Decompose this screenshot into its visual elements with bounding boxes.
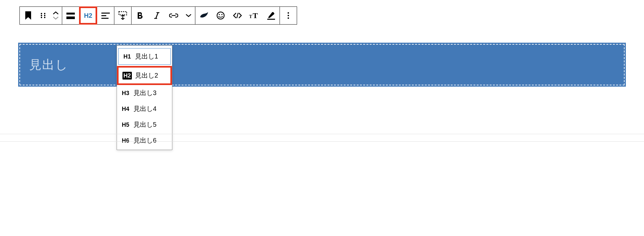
margin-icon: [118, 11, 128, 20]
leaf-icon: [200, 12, 208, 19]
chevron-down-icon: [186, 14, 191, 17]
align-left-icon: [101, 12, 110, 19]
bold-icon: [137, 12, 143, 19]
svg-line-13: [156, 13, 158, 18]
svg-point-25: [288, 15, 289, 16]
bold-button[interactable]: [132, 7, 148, 24]
emoji-icon: [216, 11, 225, 20]
svg-point-1: [44, 13, 45, 14]
svg-point-18: [219, 14, 220, 15]
svg-point-24: [288, 12, 289, 14]
toolbar-group-block: [20, 7, 62, 24]
toolbar-group-margin: [114, 7, 132, 24]
drag-handle-icon: [40, 12, 46, 19]
fontsize-button[interactable]: T T: [246, 7, 263, 24]
toolbar-group-heading: H2: [62, 7, 114, 24]
svg-text:T: T: [249, 14, 252, 19]
svg-rect-8: [101, 13, 110, 14]
move-up-down-buttons[interactable]: [50, 11, 62, 20]
heading-option-h2[interactable]: H2 見出し2: [117, 66, 172, 85]
italic-button[interactable]: [148, 7, 165, 24]
heading-option-h5[interactable]: H5 見出し5: [117, 117, 172, 133]
link-button[interactable]: [165, 7, 182, 24]
svg-point-4: [41, 17, 42, 18]
block-type-button[interactable]: [20, 7, 37, 24]
heading-option-h3[interactable]: H3 見出し3: [117, 85, 172, 101]
heading-style-icon: [66, 11, 75, 20]
highlight-icon: [267, 11, 275, 20]
svg-text:T: T: [253, 12, 258, 19]
heading-option-h4[interactable]: H4 見出し4: [117, 101, 172, 117]
heading-badge: H5: [121, 121, 130, 129]
svg-rect-10: [101, 18, 109, 19]
svg-rect-23: [267, 19, 275, 20]
svg-point-19: [221, 14, 223, 15]
heading-option-label: 見出し4: [133, 104, 156, 113]
bookmark-icon: [25, 11, 32, 20]
margin-button[interactable]: [114, 7, 131, 24]
heading-option-label: 見出し1: [135, 52, 158, 61]
code-icon: [233, 12, 242, 19]
italic-icon: [154, 12, 159, 19]
toolbar-group-more: [280, 7, 297, 24]
block-toolbar: H2: [19, 6, 297, 25]
svg-rect-7: [66, 16, 75, 19]
toolbar-group-extra: T T: [195, 7, 280, 24]
svg-point-0: [41, 13, 42, 14]
more-vertical-icon: [287, 12, 290, 19]
heading-badge: H4: [121, 105, 130, 113]
heading-option-label: 見出し2: [135, 71, 158, 80]
highlight-button[interactable]: [263, 7, 280, 24]
heading-badge: H2: [122, 72, 132, 80]
heading-style-button[interactable]: [62, 7, 79, 24]
heading-option-h1[interactable]: H1 見出し1: [118, 48, 171, 65]
svg-point-3: [44, 15, 45, 16]
code-button[interactable]: [229, 7, 246, 24]
heading-level-dropdown: H1 見出し1 H2 見出し2 H3 見出し3 H4 見出し4 H5 見出し5 …: [117, 45, 172, 149]
heading-level-label: H2: [84, 12, 92, 19]
svg-point-17: [217, 12, 224, 19]
link-icon: [169, 13, 178, 18]
emoji-button[interactable]: [212, 7, 229, 24]
heading-level-button[interactable]: H2: [79, 6, 97, 25]
toolbar-group-format: [132, 7, 195, 24]
heading-badge: H3: [121, 89, 130, 97]
heading-badge: H1: [122, 53, 132, 60]
svg-line-20: [237, 13, 238, 18]
svg-point-26: [288, 17, 289, 19]
svg-rect-6: [66, 13, 75, 15]
chevron-down-icon: [53, 16, 59, 20]
svg-rect-9: [101, 15, 106, 16]
brush-button[interactable]: [195, 7, 212, 24]
chevron-up-icon: [53, 11, 59, 15]
heading-option-label: 見出し3: [133, 89, 156, 97]
svg-point-2: [41, 15, 42, 16]
background-lines: [0, 134, 644, 142]
align-button[interactable]: [97, 7, 114, 24]
heading-block[interactable]: 見出し: [19, 44, 625, 85]
svg-point-5: [44, 17, 45, 18]
heading-placeholder: 見出し: [29, 57, 68, 73]
font-size-icon: T T: [249, 12, 259, 19]
drag-handle-button[interactable]: [37, 7, 50, 24]
heading-option-label: 見出し5: [133, 120, 156, 129]
format-more-button[interactable]: [182, 7, 195, 24]
more-options-button[interactable]: [280, 7, 297, 24]
